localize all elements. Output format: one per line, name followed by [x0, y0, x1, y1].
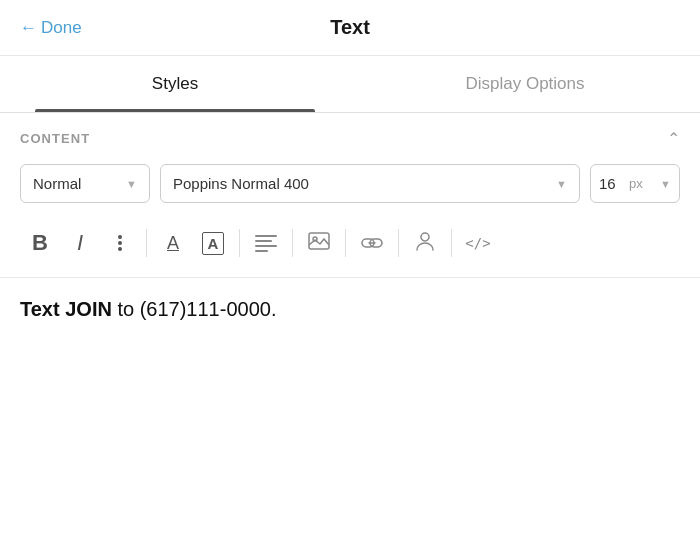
more-icon [118, 235, 122, 251]
link-icon [361, 233, 383, 254]
size-value: 16 [599, 175, 616, 192]
section-content-header: CONTENT ⌃ [0, 113, 700, 160]
size-unit: px [629, 176, 643, 191]
bold-button[interactable]: B [20, 225, 60, 261]
page-title: Text [330, 16, 370, 39]
toolbar-divider-3 [292, 229, 293, 257]
image-icon [308, 232, 330, 255]
svg-point-2 [421, 233, 429, 241]
underline-icon: A [167, 233, 179, 254]
size-dropdown[interactable]: 16 px ▼ [590, 164, 680, 203]
link-button[interactable] [352, 225, 392, 261]
toolbar-divider-4 [345, 229, 346, 257]
align-button[interactable] [246, 225, 286, 261]
person-icon [416, 231, 434, 256]
code-icon: </> [465, 235, 490, 251]
tabs-container: Styles Display Options [0, 56, 700, 113]
align-icon [255, 235, 277, 252]
person-button[interactable] [405, 225, 445, 261]
italic-icon: I [77, 230, 83, 256]
text-color-button[interactable]: A [193, 225, 233, 261]
size-dropdown-arrow-icon: ▼ [660, 178, 671, 190]
image-button[interactable] [299, 225, 339, 261]
toolbar-divider-1 [146, 229, 147, 257]
done-label: Done [41, 18, 82, 38]
back-arrow-icon: ← [20, 18, 37, 38]
bold-icon: B [32, 230, 48, 256]
font-dropdown-value: Poppins Normal 400 [173, 175, 309, 192]
more-button[interactable] [100, 225, 140, 261]
content-area: Text JOIN to (617)111-0000. [0, 278, 700, 341]
italic-button[interactable]: I [60, 225, 100, 261]
section-label: CONTENT [20, 131, 90, 146]
font-dropdown-arrow-icon: ▼ [556, 178, 567, 190]
font-dropdown[interactable]: Poppins Normal 400 ▼ [160, 164, 580, 203]
toolbar: B I A A [0, 219, 700, 278]
section-collapse-icon[interactable]: ⌃ [667, 129, 680, 148]
header: ← Done Text [0, 0, 700, 56]
style-dropdown-value: Normal [33, 175, 81, 192]
tab-display-options[interactable]: Display Options [350, 56, 700, 112]
toolbar-divider-2 [239, 229, 240, 257]
style-dropdown[interactable]: Normal ▼ [20, 164, 150, 203]
toolbar-divider-5 [398, 229, 399, 257]
done-button[interactable]: ← Done [20, 18, 82, 38]
style-dropdown-arrow-icon: ▼ [126, 178, 137, 190]
toolbar-divider-6 [451, 229, 452, 257]
tab-styles[interactable]: Styles [0, 56, 350, 112]
code-button[interactable]: </> [458, 225, 498, 261]
content-text: Text JOIN to (617)111-0000. [20, 298, 680, 321]
controls-row: Normal ▼ Poppins Normal 400 ▼ 16 px ▼ [0, 160, 700, 219]
text-color-icon: A [202, 232, 225, 255]
underline-button[interactable]: A [153, 225, 193, 261]
